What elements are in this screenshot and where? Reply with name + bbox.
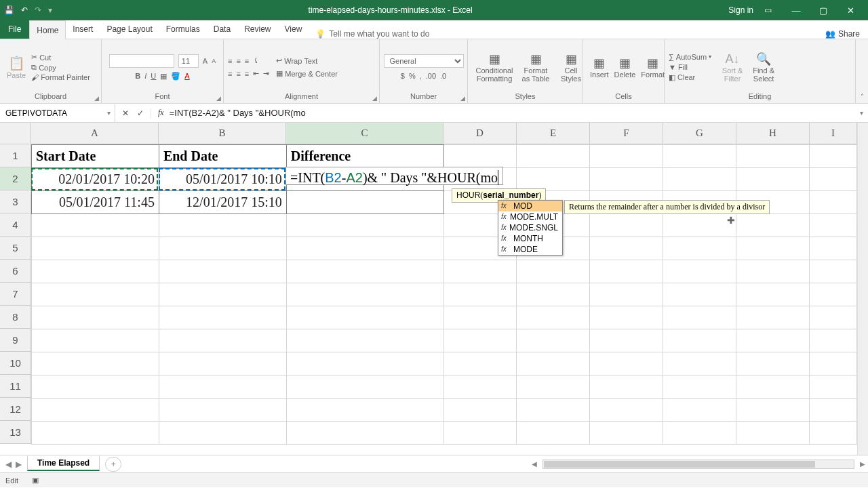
align-right-icon[interactable]: ≡ (245, 70, 249, 78)
border-icon[interactable]: ▦ (160, 72, 167, 81)
new-sheet-button[interactable]: + (105, 457, 121, 472)
align-center-icon[interactable]: ≡ (236, 70, 240, 78)
cell-C13[interactable] (286, 422, 443, 445)
cell-F5[interactable] (590, 237, 663, 260)
col-header-E[interactable]: E (517, 123, 590, 144)
ribbon-display-icon[interactable]: ▭ (764, 5, 772, 15)
insert-cells-button[interactable]: ▦Insert (587, 54, 612, 80)
cell-G5[interactable] (663, 237, 736, 260)
cell-E11[interactable] (517, 375, 590, 399)
cell-A7[interactable] (32, 283, 159, 306)
inc-decimal-icon[interactable]: .00 (426, 72, 436, 80)
comma-icon[interactable]: , (420, 72, 422, 80)
number-launcher-icon[interactable]: ◢ (460, 95, 465, 102)
delete-cells-button[interactable]: ▦Delete (612, 54, 639, 80)
row-header-2[interactable]: 2 (0, 167, 31, 190)
qat-more-icon[interactable]: ▾ (48, 5, 52, 15)
sheet-nav-next-icon[interactable]: ▶ (16, 460, 22, 469)
share-button[interactable]: 👥Share (817, 29, 868, 39)
collapse-ribbon-icon[interactable]: ˄ (856, 39, 868, 103)
cell-B7[interactable] (159, 283, 286, 306)
cell-G1[interactable] (663, 145, 736, 168)
font-color-icon[interactable]: A (184, 72, 189, 80)
align-bottom-icon[interactable]: ≡ (245, 57, 249, 65)
clear-button[interactable]: ◧Clear (669, 73, 711, 82)
cell-E13[interactable] (517, 422, 590, 445)
hscroll-left-icon[interactable]: ◀ (532, 460, 537, 468)
cell-H12[interactable] (736, 399, 810, 422)
cell-A5[interactable] (32, 237, 159, 260)
cell-F2[interactable] (590, 168, 663, 191)
find-select-button[interactable]: 🔍Find & Select (748, 50, 779, 84)
tab-home[interactable]: Home (29, 20, 66, 39)
active-cell-editor[interactable]: =INT(B2-A2)& " Days "&HOUR(mo (285, 167, 503, 185)
cell-I8[interactable] (809, 306, 856, 329)
cell-I11[interactable] (809, 375, 856, 399)
cell-H5[interactable] (736, 237, 810, 260)
cell-D10[interactable] (443, 352, 517, 375)
copy-button[interactable]: ⧉Copy (31, 63, 90, 72)
cell-E9[interactable] (517, 329, 590, 352)
tab-data[interactable]: Data (207, 20, 237, 39)
cell-B9[interactable] (159, 329, 286, 352)
cell-C1[interactable]: Difference (286, 145, 443, 168)
cell-I12[interactable] (809, 399, 856, 422)
cell-D12[interactable] (443, 399, 517, 422)
font-launcher-icon[interactable]: ◢ (216, 95, 221, 102)
row-header-13[interactable]: 13 (0, 421, 31, 444)
cell-F7[interactable] (590, 283, 663, 306)
cell-B4[interactable] (159, 214, 286, 237)
cell-E7[interactable] (517, 283, 590, 306)
cell-B13[interactable] (159, 422, 286, 445)
cell-I5[interactable] (809, 237, 856, 260)
col-header-G[interactable]: G (663, 123, 736, 144)
cell-H8[interactable] (736, 306, 810, 329)
cell-A8[interactable] (32, 306, 159, 329)
autocomplete-item-MONTH[interactable]: fxMONTH (498, 233, 562, 244)
cell-C10[interactable] (286, 352, 443, 375)
cell-H1[interactable] (736, 145, 810, 168)
align-top-icon[interactable]: ≡ (228, 57, 232, 65)
cell-G6[interactable] (663, 260, 736, 283)
cell-F4[interactable] (590, 214, 663, 237)
bold-button[interactable]: B (135, 72, 140, 80)
cell-I7[interactable] (809, 283, 856, 306)
cell-D11[interactable] (443, 375, 517, 399)
fill-button[interactable]: ▼Fill (669, 63, 711, 71)
wrap-text-button[interactable]: ↩Wrap Text (276, 56, 338, 65)
cell-styles-button[interactable]: ▦Cell Styles (555, 50, 587, 84)
italic-button[interactable]: I (144, 72, 146, 80)
cell-G13[interactable] (663, 422, 736, 445)
cell-I6[interactable] (809, 260, 856, 283)
cell-A13[interactable] (32, 422, 159, 445)
tell-me-box[interactable]: 💡Tell me what you want to do (309, 29, 817, 39)
orientation-icon[interactable]: ⤹ (253, 56, 259, 65)
fill-color-icon[interactable]: 🪣 (171, 72, 180, 81)
font-name-input[interactable] (109, 54, 174, 68)
file-tab[interactable]: File (0, 20, 29, 39)
cell-H9[interactable] (736, 329, 810, 352)
row-header-10[interactable]: 10 (0, 352, 31, 375)
row-header-8[interactable]: 8 (0, 306, 31, 329)
macro-record-icon[interactable]: ▣ (32, 476, 39, 485)
cell-I3[interactable] (809, 191, 856, 214)
cell-C5[interactable] (286, 237, 443, 260)
col-header-F[interactable]: F (590, 123, 663, 144)
indent-inc-icon[interactable]: ⇥ (263, 69, 269, 78)
col-header-D[interactable]: D (443, 123, 517, 144)
expand-formula-icon[interactable]: ▾ (854, 109, 868, 117)
sheet-tab-active[interactable]: Time Elapsed (27, 456, 100, 471)
increase-font-icon[interactable]: A (203, 57, 208, 65)
cell-E12[interactable] (517, 399, 590, 422)
cell-B6[interactable] (159, 260, 286, 283)
cell-H11[interactable] (736, 375, 810, 399)
enter-formula-icon[interactable]: ✓ (137, 108, 144, 118)
font-size-input[interactable] (178, 54, 199, 68)
namebox-dropdown-icon[interactable]: ▾ (107, 109, 111, 117)
tab-insert[interactable]: Insert (66, 20, 100, 39)
col-header-B[interactable]: B (159, 123, 286, 144)
select-all-corner[interactable] (0, 123, 31, 144)
row-header-5[interactable]: 5 (0, 237, 31, 260)
conditional-formatting-button[interactable]: ▦Conditional Formatting (472, 50, 517, 84)
align-middle-icon[interactable]: ≡ (236, 57, 240, 65)
